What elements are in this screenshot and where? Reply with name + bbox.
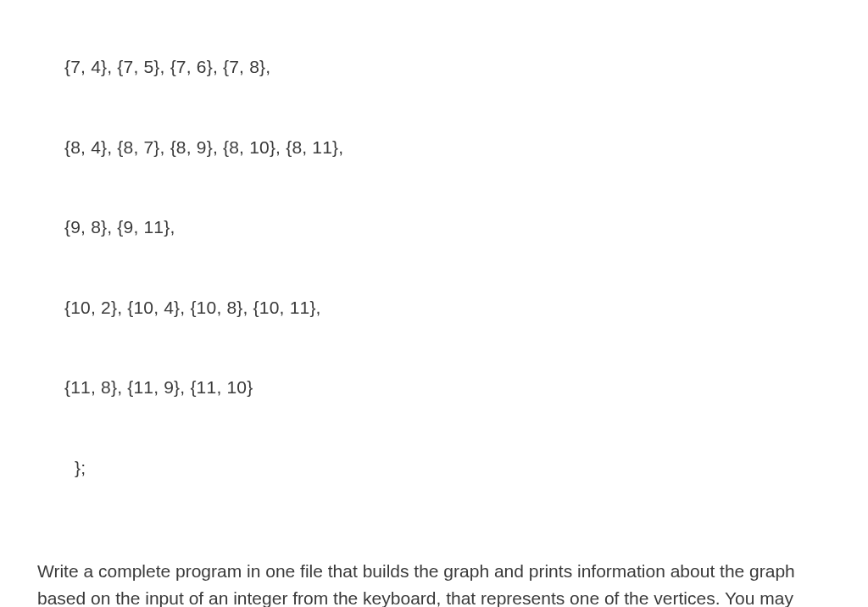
code-line: {8, 4}, {8, 7}, {8, 9}, {8, 10}, {8, 11}… (64, 134, 831, 161)
code-close: }; (75, 454, 831, 482)
document-body: {7, 4}, {7, 5}, {7, 6}, {7, 8}, {8, 4}, … (0, 0, 868, 607)
code-line: {10, 2}, {10, 4}, {10, 8}, {10, 11}, (64, 294, 831, 321)
code-snippet: {7, 4}, {7, 5}, {7, 6}, {7, 8}, {8, 4}, … (64, 0, 831, 534)
code-line: {11, 8}, {11, 9}, {11, 10} (64, 374, 831, 401)
paragraph-instructions: Write a complete program in one file tha… (37, 558, 831, 607)
code-line: {7, 4}, {7, 5}, {7, 6}, {7, 8}, (64, 53, 831, 81)
code-line: {9, 8}, {9, 11}, (64, 214, 831, 241)
